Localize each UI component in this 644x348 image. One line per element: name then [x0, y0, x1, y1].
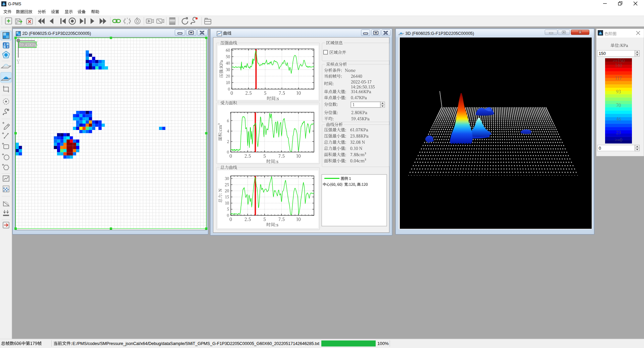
- svg-text:3: 3: [7, 45, 8, 49]
- svg-text:100%: 100%: [377, 341, 389, 346]
- svg-text:0: 0: [599, 146, 601, 151]
- svg-text:E:/PMS/codes/SMPressure_jsonCa: E:/PMS/codes/SMPressure_jsonCal/x64/Debu…: [72, 341, 319, 346]
- svg-text:2D (F606025:G-F1P3D2205C00005): 2D (F606025:G-F1P3D2205C00005): [22, 31, 91, 36]
- svg-text:SMiT: SMiT: [3, 5, 5, 6]
- svg-text:3D (F606025:G-F1P3D2205C00005): 3D (F606025:G-F1P3D2205C00005): [406, 31, 474, 36]
- svg-text:G-PMS: G-PMS: [8, 2, 21, 6]
- svg-text:5: 5: [4, 45, 5, 49]
- svg-text:150: 150: [599, 51, 606, 56]
